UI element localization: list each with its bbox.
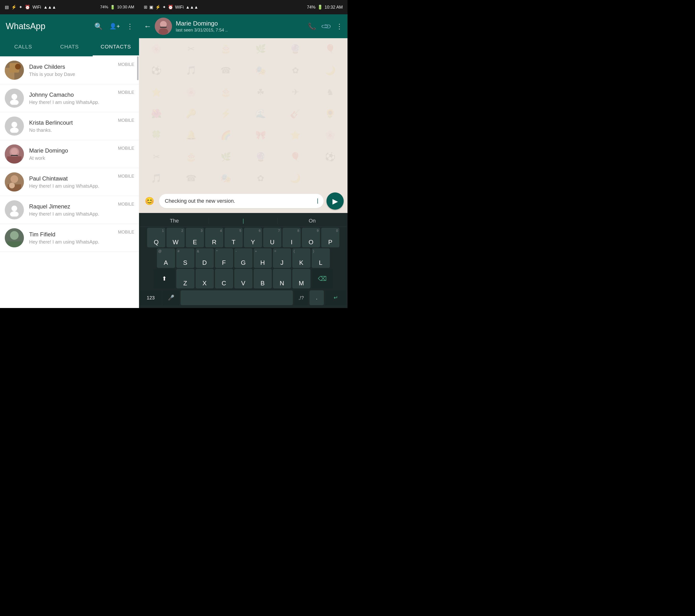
right-status-bar: ⊞ ▣ ⚡ ✦ ⏰ WiFi ▲▲▲ 74% 🔋 10:32 AM [139,0,348,14]
key-c[interactable]: C [215,269,233,288]
svg-point-15 [11,175,18,183]
wm-icon: ✈ [278,81,313,103]
left-status-icons: ▤ ⚡ ✦ ⏰ WiFi ▲▲▲ [5,4,56,10]
wm-icon: ✂ [174,38,209,60]
list-item[interactable]: Raquel Jimenez Hey there! I am using Wha… [0,196,139,224]
num-toggle-key[interactable]: 123 [140,290,162,305]
send-button[interactable]: ▶ [326,192,344,210]
key-a[interactable]: @A [157,248,175,268]
key-o[interactable]: 9O [302,228,320,247]
list-item[interactable]: Krista Berlincourt No thanks. MOBILE [0,112,139,140]
key-g[interactable]: -G [234,248,252,268]
attach-button[interactable]: 📎 [320,20,332,32]
return-key[interactable]: ↵ [325,290,346,305]
key-j[interactable]: =J [273,248,291,268]
battery-percent: 74% [100,5,108,10]
avatar [5,89,24,108]
mic-key[interactable]: 🎤 [163,290,180,305]
flash2-icon: ⚡ [155,4,160,10]
contact-name: Johnny Camacho [29,91,118,98]
wm-icon: 🌻 [313,103,348,124]
contact-type: MOBILE [118,200,134,207]
wifi-icon: WiFi [33,5,41,10]
call-button[interactable]: 📞 [308,22,316,30]
tab-chats[interactable]: CHATS [46,38,93,56]
key-w[interactable]: 2W [167,228,185,247]
svg-rect-11 [7,156,21,164]
wm-icon: 🔮 [243,146,278,167]
key-v[interactable]: V [234,269,252,288]
wm-icon: 🌸 [139,38,174,60]
key-h[interactable]: +H [254,248,272,268]
key-y[interactable]: 6Y [244,228,262,247]
svg-point-8 [10,127,19,133]
tab-calls[interactable]: CALLS [0,38,46,56]
right-panel: ⊞ ▣ ⚡ ✦ ⏰ WiFi ▲▲▲ 74% 🔋 10:32 AM ← Mari… [139,0,348,308]
message-input-box[interactable]: Checking out the new version. [159,194,324,208]
key-d[interactable]: &D [196,248,214,268]
list-item[interactable]: Johnny Camacho Hey there! I am using Wha… [0,84,139,112]
wm-icon: 🎂 [208,38,243,60]
contact-name: Dave Childers [29,64,118,70]
flash-icon: ⚡ [11,4,16,10]
left-status-bar: ▤ ⚡ ✦ ⏰ WiFi ▲▲▲ 74% 🔋 10:30 AM [0,0,139,14]
key-x[interactable]: X [196,269,214,288]
key-e[interactable]: 3E [186,228,204,247]
key-k[interactable]: (K [292,248,310,268]
back-button[interactable]: ← [144,22,151,31]
comma-key[interactable]: ,!? [294,290,308,305]
suggestion-on[interactable]: On [278,218,346,224]
wm-icon: 🍀 [139,124,174,146]
key-t[interactable]: 5T [224,228,243,247]
chat-background: 🌸 ✂ 🎂 🌿 🔮 🎈 ⚽ 🎵 ☎ 🎭 ✿ 🌙 ⭐ 🌸 🎂 ☘ ✈ ♞ 🌺 🔑 … [139,38,348,189]
contact-info: Paul Chintawat Hey there! I am using Wha… [29,175,118,189]
scroll-bar[interactable] [137,56,138,80]
contact-status: No thanks. [29,127,118,133]
svg-point-7 [12,122,17,127]
menu-icon[interactable]: ⋮ [126,22,133,30]
list-item[interactable]: Marie Domingo At work MOBILE [0,140,139,168]
list-item[interactable]: Paul Chintawat Hey there! I am using Wha… [0,168,139,196]
space-key[interactable] [181,290,293,305]
app-title: WhatsApp [6,21,45,31]
wm-icon: 🌸 [174,81,209,103]
key-i[interactable]: 8I [283,228,301,247]
add-contact-icon[interactable]: 👤+ [109,23,120,30]
emoji-button[interactable]: 😊 [143,194,156,208]
contact-status: This is your boy Dave [29,72,118,77]
search-icon[interactable]: 🔍 [94,22,103,30]
contact-status: Hey there! I am using WhatsApp. [29,211,118,217]
suggestion-the[interactable]: The [140,218,209,224]
bluetooth2-icon: ✦ [163,4,166,10]
wm-icon: 🌙 [313,60,348,81]
key-m[interactable]: M [292,269,310,288]
svg-point-24 [160,21,167,28]
key-f[interactable]: *F [215,248,233,268]
key-row-bottom: 123 🎤 ,!? . ↵ [140,290,346,305]
key-l[interactable]: )L [312,248,330,268]
key-u[interactable]: 7U [263,228,281,247]
key-s[interactable]: #S [176,248,194,268]
key-n[interactable]: N [273,269,291,288]
list-item[interactable]: Tim Fifield Hey there! I am using WhatsA… [0,224,139,252]
shift-key[interactable]: ⬆ [154,269,175,288]
contact-type: MOBILE [118,61,134,67]
contact-type: MOBILE [118,89,134,95]
suggestion-i: | [209,218,278,224]
tab-contacts[interactable]: CONTACTS [93,38,139,56]
key-z[interactable]: Z [176,269,194,288]
backspace-key[interactable]: ⌫ [312,269,333,288]
key-q[interactable]: 1Q [147,228,165,247]
contact-status: Hey there! I am using WhatsApp. [29,100,118,105]
contact-info: Krista Berlincourt No thanks. [29,119,118,133]
chat-menu-icon[interactable]: ⋮ [336,22,343,30]
list-item[interactable]: Dave Childers This is your boy Dave MOBI… [0,56,139,84]
right-time: 10:32 AM [325,5,343,10]
contact-name: Marie Domingo [29,147,118,154]
key-p[interactable]: 0P [321,228,339,247]
svg-rect-4 [5,61,24,80]
avatar [5,200,24,219]
period-key[interactable]: . [309,290,324,305]
key-r[interactable]: 4R [205,228,223,247]
key-b[interactable]: B [254,269,272,288]
